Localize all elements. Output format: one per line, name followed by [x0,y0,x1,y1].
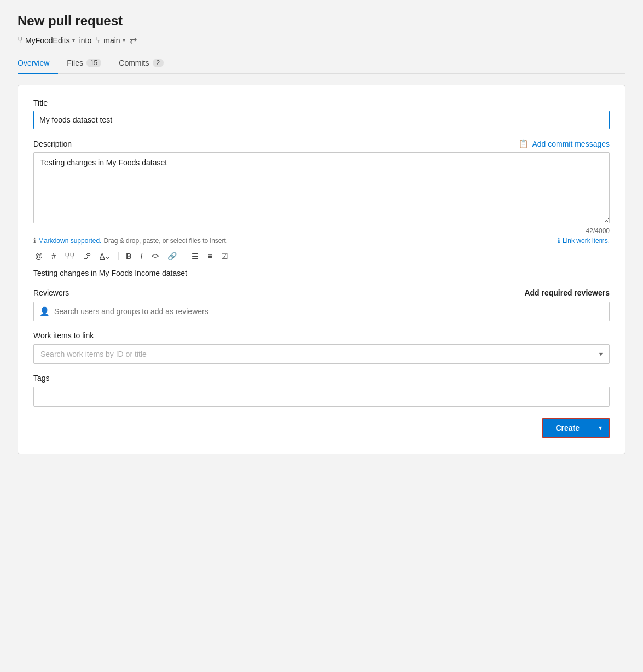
create-button-group: Create ▾ [542,418,610,438]
tab-files-label: Files [67,59,83,67]
work-items-chevron-icon: ▾ [599,350,603,358]
char-count: 42/4000 [33,227,610,235]
toolbar-paperclip-btn[interactable]: 🖇 [82,251,92,262]
branch-icon-target: ⑂ [96,36,101,45]
description-textarea[interactable]: Testing changes in My Foods dataset [33,152,610,223]
link-work-items-text: Link work items. [563,237,610,245]
tab-overview[interactable]: Overview [18,54,58,74]
formatting-toolbar: @ # ⑂⑂ 🖇 A⌄ B I <> 🔗 ☰ ≡ ☑ [33,250,610,262]
link-work-items-btn[interactable]: ℹ Link work items. [558,237,610,245]
branch-selector-row: ⑂ MyFoodEdits ▾ into ⑂ main ▾ ⇄ [18,35,625,45]
swap-branches-icon[interactable]: ⇄ [130,35,137,45]
toolbar-sep-1 [118,252,119,260]
tab-overview-label: Overview [18,59,49,67]
create-dropdown-btn[interactable]: ▾ [592,419,609,437]
markdown-note: ℹ Markdown supported. Drag & drop, paste… [33,237,228,245]
toolbar-hyperlink-btn[interactable]: 🔗 [166,251,178,262]
source-branch-name: MyFoodEdits [25,36,70,45]
work-items-placeholder: Search work items by ID or title [40,350,147,358]
info-icon-2: ℹ [558,237,560,245]
toolbar-branch-link-btn[interactable]: ⑂⑂ [63,250,76,262]
toolbar-code-btn[interactable]: <> [149,251,160,261]
markdown-link[interactable]: Markdown supported. [38,237,101,245]
toolbar-numbered-list-btn[interactable]: ≡ [206,251,213,262]
toolbar-italic-btn[interactable]: I [138,251,144,262]
toolbar-sep-2 [184,252,184,260]
target-branch-btn[interactable]: ⑂ main ▾ [96,36,125,45]
tags-label: Tags [33,374,610,383]
toolbar-at-btn[interactable]: @ [33,251,44,262]
add-commit-messages-btn[interactable]: 📋 Add commit messages [518,139,610,149]
toolbar-hash-btn[interactable]: # [50,251,57,262]
tab-commits[interactable]: Commits 2 [110,54,172,74]
tab-files[interactable]: Files 15 [58,54,110,74]
tags-input[interactable] [33,387,610,407]
toolbar-task-list-btn[interactable]: ☑ [219,251,230,262]
footer-row: Create ▾ [33,418,610,438]
info-icon: ℹ [33,237,36,245]
toolbar-bold-btn[interactable]: B [124,251,133,262]
tab-commits-label: Commits [119,59,149,67]
tab-commits-badge: 2 [153,59,164,67]
desc-footer: ℹ Markdown supported. Drag & drop, paste… [33,237,610,245]
toolbar-highlight-btn[interactable]: A⌄ [98,251,113,262]
reviewers-search-input[interactable] [54,307,604,316]
description-preview: Testing changes in My Foods Income datas… [33,269,610,277]
target-branch-name: main [103,36,120,45]
reviewers-search-icon: 👤 [39,306,50,316]
desc-label: Description [33,140,72,148]
target-branch-chevron: ▾ [123,37,125,43]
add-commit-label: Add commit messages [532,140,610,148]
title-input[interactable] [33,111,610,129]
create-button[interactable]: Create [543,419,592,437]
into-text: into [79,36,92,45]
reviewers-label: Reviewers [33,288,69,297]
source-branch-chevron: ▾ [72,37,75,43]
tab-files-badge: 15 [86,59,101,67]
source-branch-btn[interactable]: ⑂ MyFoodEdits ▾ [18,36,75,45]
drag-drop-text: Drag & drop, paste, or select files to i… [103,237,228,245]
reviewers-search-wrap[interactable]: 👤 [33,302,610,321]
branch-icon-source: ⑂ [18,36,23,45]
work-items-dropdown[interactable]: Search work items by ID or title ▾ [33,344,610,364]
toolbar-bullet-list-btn[interactable]: ☰ [190,251,200,262]
reviewers-section-row: Reviewers Add required reviewers [33,288,610,297]
create-dropdown-chevron: ▾ [599,424,602,432]
desc-header: Description 📋 Add commit messages [33,139,610,149]
tabs-row: Overview Files 15 Commits 2 [18,54,625,74]
title-label: Title [33,99,610,107]
work-items-label: Work items to link [33,331,610,340]
main-card: Title Description 📋 Add commit messages … [18,85,625,454]
add-required-reviewers-btn[interactable]: Add required reviewers [524,288,610,297]
clipboard-icon: 📋 [518,139,529,149]
page-title: New pull request [18,13,625,28]
